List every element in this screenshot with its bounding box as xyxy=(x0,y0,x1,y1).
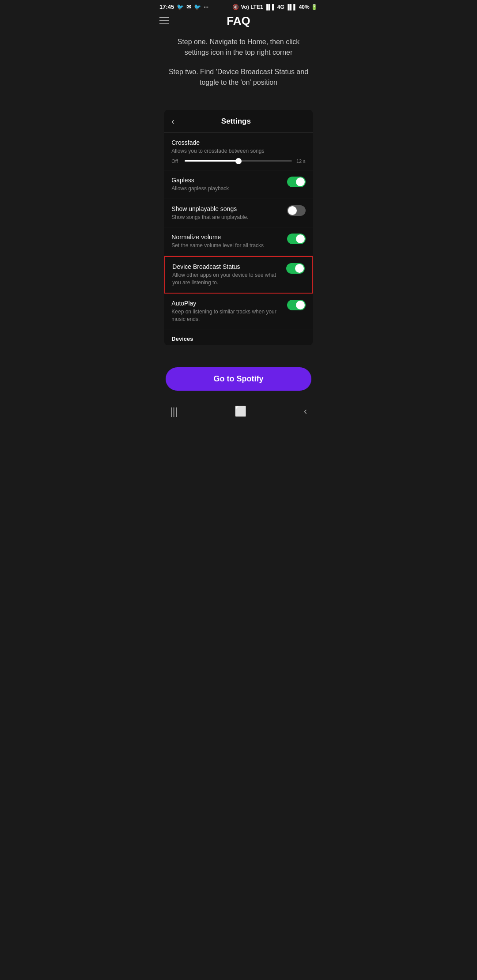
gapless-toggle-knob xyxy=(296,177,305,186)
unplayable-label: Show unplayable songs xyxy=(171,205,282,212)
crossfade-slider-row: Off 12 s xyxy=(171,158,305,164)
settings-item-unplayable: Show unplayable songs Show songs that ar… xyxy=(164,199,312,228)
instructions-block: Step one. Navigate to Home, then click s… xyxy=(152,28,325,106)
mail-icon: ✉ xyxy=(186,4,191,10)
back-nav-icon[interactable]: ‹ xyxy=(304,406,307,417)
gapless-text: Gapless Allows gapless playback xyxy=(171,177,282,192)
status-right: 🔇 Vo) LTE1 ▐▌▌ 4G ▐▌▌ 40% 🔋 xyxy=(232,4,318,10)
fb-icon2: 🐦 xyxy=(194,4,201,10)
settings-item-broadcast: Device Broadcast Status Allow other apps… xyxy=(164,256,312,294)
unplayable-toggle-knob xyxy=(288,206,297,215)
gapless-toggle[interactable] xyxy=(287,177,306,187)
unplayable-text: Show unplayable songs Show songs that ar… xyxy=(171,205,282,221)
broadcast-row: Device Broadcast Status Allow other apps… xyxy=(172,263,304,286)
fb-icon1: 🐦 xyxy=(177,4,184,10)
broadcast-toggle-knob xyxy=(295,264,304,273)
settings-header: ‹ Settings xyxy=(164,110,312,133)
autoplay-toggle-knob xyxy=(296,301,305,309)
page-title: FAQ xyxy=(227,14,250,28)
recent-apps-icon[interactable]: ||| xyxy=(170,406,178,417)
normalize-text: Normalize volume Set the same volume lev… xyxy=(171,234,282,249)
devices-section: Devices xyxy=(164,329,312,345)
unplayable-toggle[interactable] xyxy=(287,205,306,216)
gapless-desc: Allows gapless playback xyxy=(171,185,282,192)
battery-text: 40% 🔋 xyxy=(299,4,318,10)
crossfade-slider[interactable] xyxy=(185,160,292,162)
slider-fill xyxy=(185,160,238,162)
unplayable-row: Show unplayable songs Show songs that ar… xyxy=(171,205,305,221)
normalize-toggle-knob xyxy=(296,234,305,243)
autoplay-row: AutoPlay Keep on listening to similar tr… xyxy=(171,300,305,323)
crossfade-row: Crossfade Allows you to crossfade betwee… xyxy=(171,139,305,155)
step-one: Step one. Navigate to Home, then click s… xyxy=(166,37,311,58)
hamburger-menu[interactable] xyxy=(159,17,169,24)
unplayable-desc: Show songs that are unplayable. xyxy=(171,214,282,221)
broadcast-text: Device Broadcast Status Allow other apps… xyxy=(172,263,281,286)
mute-icon: 🔇 xyxy=(232,4,239,10)
settings-title: Settings xyxy=(180,117,292,126)
autoplay-toggle[interactable] xyxy=(287,300,306,310)
settings-item-gapless: Gapless Allows gapless playback xyxy=(164,170,312,199)
slider-thumb xyxy=(235,158,242,164)
autoplay-text: AutoPlay Keep on listening to similar tr… xyxy=(171,300,282,323)
status-left: 17:45 🐦 ✉ 🐦 ··· xyxy=(159,4,208,10)
signal-text: Vo) LTE1 ▐▌▌ 4G ▐▌▌ xyxy=(241,4,297,10)
status-bar: 17:45 🐦 ✉ 🐦 ··· 🔇 Vo) LTE1 ▐▌▌ 4G ▐▌▌ 40… xyxy=(152,0,325,12)
settings-item-autoplay: AutoPlay Keep on listening to similar tr… xyxy=(164,294,312,330)
crossfade-text: Crossfade Allows you to crossfade betwee… xyxy=(171,139,301,155)
normalize-toggle[interactable] xyxy=(287,234,306,244)
normalize-label: Normalize volume xyxy=(171,234,282,241)
cta-area: Go to Spotify xyxy=(152,354,325,400)
slider-right-label: 12 s xyxy=(296,158,306,164)
autoplay-desc: Keep on listening to similar tracks when… xyxy=(171,308,282,323)
settings-card: ‹ Settings Crossfade Allows you to cross… xyxy=(164,110,312,345)
step-two: Step two. Find 'Device Broadcast Status … xyxy=(166,67,311,88)
back-arrow-icon[interactable]: ‹ xyxy=(171,116,174,126)
broadcast-label: Device Broadcast Status xyxy=(172,263,281,270)
crossfade-desc: Allows you to crossfade between songs xyxy=(171,147,301,155)
broadcast-toggle[interactable] xyxy=(286,263,305,274)
devices-label: Devices xyxy=(171,335,193,342)
status-time: 17:45 xyxy=(159,4,174,10)
app-header: FAQ xyxy=(152,12,325,28)
autoplay-label: AutoPlay xyxy=(171,300,282,307)
broadcast-desc: Allow other apps on your device to see w… xyxy=(172,271,281,286)
normalize-row: Normalize volume Set the same volume lev… xyxy=(171,234,305,249)
settings-item-crossfade: Crossfade Allows you to crossfade betwee… xyxy=(164,133,312,170)
go-to-spotify-button[interactable]: Go to Spotify xyxy=(166,367,311,391)
settings-item-normalize: Normalize volume Set the same volume lev… xyxy=(164,227,312,256)
gapless-row: Gapless Allows gapless playback xyxy=(171,177,305,192)
more-icon: ··· xyxy=(204,4,208,10)
home-icon[interactable]: ⬜ xyxy=(235,406,246,417)
crossfade-label: Crossfade xyxy=(171,139,301,146)
normalize-desc: Set the same volume level for all tracks xyxy=(171,242,282,249)
gapless-label: Gapless xyxy=(171,177,282,184)
slider-left-label: Off xyxy=(171,158,180,164)
bottom-nav: ||| ⬜ ‹ xyxy=(152,400,325,425)
